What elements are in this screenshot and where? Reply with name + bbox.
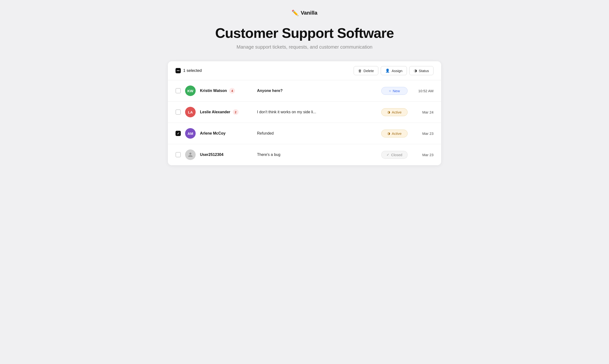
assign-button[interactable]: Assign [381,66,407,75]
logo: ✏️ Vanilla [291,10,318,16]
status-icon [414,68,417,73]
hero-section: Customer Support Software Manage support… [215,25,394,50]
status-icon: ○ [389,89,391,93]
avatar [185,149,196,160]
table-row: LALeslie Alexander2I don't think it work… [168,102,441,123]
assign-label: Assign [391,69,402,73]
ticket-time: 10:52 AM [412,89,433,93]
status-badge: ○New [381,87,408,95]
status-icon: ◑ [387,131,390,135]
status-text: Active [392,131,401,136]
table-row: User2512304There's a bug✓ClosedMar 23 [168,144,441,165]
row-checkbox[interactable]: ✓ [176,131,181,136]
message-count-badge: 4 [229,88,235,94]
user-info: Kristin Watson4 [200,88,253,94]
avatar: KW [185,86,196,96]
toolbar: 1 selected Delete Assign Status [168,61,441,80]
checkbox-minus-icon[interactable] [176,68,181,73]
user-info: User2512304 [200,153,253,157]
status-text: Closed [391,153,402,157]
trash-icon [358,69,362,73]
status-icon: ◑ [387,110,390,114]
row-checkbox[interactable] [176,88,181,93]
status-label: Status [419,69,429,73]
minus-line [177,70,180,71]
user-name: Leslie Alexander [200,110,230,114]
assign-icon [385,68,390,73]
status-badge: ◑Active [381,108,408,116]
ticket-subject: Anyone here? [257,89,377,93]
ticket-time: Mar 23 [412,153,433,157]
status-button[interactable]: Status [409,66,433,75]
ticket-time: Mar 24 [412,110,433,114]
user-info: Arlene McCoy [200,131,253,136]
ticket-subject: Refunded [257,131,377,136]
checkmark-icon: ✓ [177,132,180,135]
selected-count-label: 1 selected [183,68,202,73]
status-badge: ✓Closed [381,151,408,159]
ticket-subject: There's a bug [257,153,377,157]
toolbar-actions: Delete Assign Status [354,66,433,75]
page-subtitle: Manage support tickets, requests, and cu… [215,44,394,50]
user-name: Arlene McCoy [200,131,226,136]
status-text: Active [392,110,401,114]
ticket-time: Mar 23 [412,131,433,136]
status-badge: ◑Active [381,130,408,137]
main-card: 1 selected Delete Assign Status KWKristi… [168,61,441,165]
avatar: AM [185,128,196,139]
user-info: Leslie Alexander2 [200,109,253,115]
user-name: User2512304 [200,153,223,157]
row-checkbox[interactable] [176,109,181,115]
ticket-subject: I don't think it works on my side li... [257,110,377,114]
message-count-badge: 2 [233,109,238,115]
logo-icon: ✏️ [291,10,299,16]
status-icon: ✓ [387,153,389,157]
status-text: New [393,89,400,93]
user-name: Kristin Watson [200,89,227,93]
avatar: LA [185,107,196,117]
delete-label: Delete [363,69,374,73]
delete-button[interactable]: Delete [354,66,378,75]
page-title: Customer Support Software [215,25,394,41]
logo-text: Vanilla [301,10,318,16]
table-row: ✓AMArlene McCoyRefunded◑ActiveMar 23 [168,123,441,144]
selection-info: 1 selected [176,68,202,73]
table-row: KWKristin Watson4Anyone here?○New10:52 A… [168,80,441,102]
ticket-list: KWKristin Watson4Anyone here?○New10:52 A… [168,80,441,165]
row-checkbox[interactable] [176,152,181,157]
